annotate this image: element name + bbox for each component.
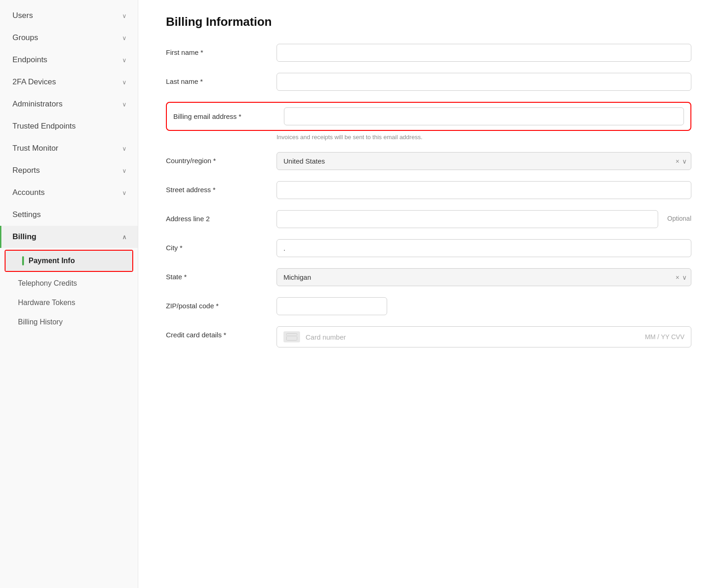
card-number-placeholder: Card number	[306, 333, 639, 341]
sidebar: Users ∨ Groups ∨ Endpoints ∨ 2FA Devices…	[0, 0, 138, 588]
sidebar-item-settings[interactable]: Settings	[0, 204, 138, 226]
first-name-group: First name *	[166, 44, 691, 62]
billing-email-group: Billing email address *	[166, 102, 691, 131]
chevron-down-icon: ∨	[122, 101, 127, 108]
state-group: State * Michigan California Texas New Yo…	[166, 268, 691, 286]
country-group: Country/region * United States Canada Un…	[166, 152, 691, 170]
sidebar-item-users[interactable]: Users ∨	[0, 5, 138, 27]
svg-rect-1	[286, 335, 297, 337]
city-label: City *	[166, 239, 267, 252]
last-name-group: Last name *	[166, 73, 691, 91]
zip-input[interactable]	[277, 297, 387, 315]
chevron-down-icon: ∨	[122, 167, 127, 174]
sidebar-subitem-billing-history[interactable]: Billing History	[0, 312, 138, 332]
sidebar-item-label: Endpoints	[12, 55, 47, 65]
street-address-group: Street address *	[166, 181, 691, 199]
sidebar-item-endpoints[interactable]: Endpoints ∨	[0, 49, 138, 71]
main-content: Billing Information First name * Last na…	[138, 0, 719, 588]
city-group: City *	[166, 239, 691, 257]
sidebar-item-groups[interactable]: Groups ∨	[0, 27, 138, 49]
sidebar-subitem-payment-info[interactable]: Payment Info	[6, 251, 132, 271]
chevron-down-icon: ∨	[122, 145, 127, 152]
sidebar-subitem-telephony-credits[interactable]: Telephony Credits	[0, 274, 138, 293]
page-title: Billing Information	[166, 15, 691, 29]
credit-card-label: Credit card details *	[166, 326, 267, 339]
first-name-label: First name *	[166, 44, 267, 56]
zip-group: ZIP/postal code *	[166, 297, 691, 315]
subitem-label: Hardware Tokens	[18, 299, 75, 307]
sidebar-item-label: Groups	[12, 33, 38, 42]
sidebar-item-label: Administrators	[12, 100, 63, 109]
active-indicator	[22, 256, 24, 265]
sidebar-subitem-hardware-tokens[interactable]: Hardware Tokens	[0, 293, 138, 312]
address2-label: Address line 2	[166, 210, 267, 223]
sidebar-item-reports[interactable]: Reports ∨	[0, 159, 138, 182]
billing-email-hint: Invoices and receipts will be sent to th…	[277, 134, 423, 141]
billing-email-label: Billing email address *	[173, 112, 275, 120]
street-input[interactable]	[277, 181, 691, 199]
chevron-down-icon: ∨	[122, 35, 127, 41]
first-name-input[interactable]	[277, 44, 691, 62]
zip-label: ZIP/postal code *	[166, 297, 267, 310]
chevron-down-icon: ∨	[122, 189, 127, 196]
state-label: State *	[166, 268, 267, 281]
subitem-label: Billing History	[18, 318, 63, 326]
sidebar-item-label: Users	[12, 11, 33, 20]
subitem-label: Payment Info	[29, 257, 75, 265]
sidebar-item-label: Trust Monitor	[12, 144, 59, 153]
chevron-down-icon: ∨	[122, 57, 127, 64]
country-select-wrapper: United States Canada United Kingdom × ∨	[277, 152, 691, 170]
subitem-label: Telephony Credits	[18, 279, 77, 288]
state-select[interactable]: Michigan California Texas New York	[277, 268, 691, 286]
sidebar-item-label: Billing	[12, 232, 36, 241]
sidebar-item-accounts[interactable]: Accounts ∨	[0, 182, 138, 204]
billing-email-input[interactable]	[284, 107, 684, 125]
country-label: Country/region *	[166, 152, 267, 165]
last-name-label: Last name *	[166, 73, 267, 85]
sidebar-item-trust-monitor[interactable]: Trust Monitor ∨	[0, 137, 138, 159]
sidebar-item-billing[interactable]: Billing ∧	[0, 226, 138, 248]
country-select[interactable]: United States Canada United Kingdom	[277, 152, 691, 170]
sidebar-item-label: Trusted Endpoints	[12, 122, 76, 131]
card-expiry-cvv: MM / YY CVV	[645, 333, 684, 341]
state-select-wrapper: Michigan California Texas New York × ∨	[277, 268, 691, 286]
sidebar-item-label: Accounts	[12, 188, 45, 197]
street-label: Street address *	[166, 181, 267, 194]
last-name-input[interactable]	[277, 73, 691, 91]
chevron-down-icon: ∨	[122, 12, 127, 19]
credit-card-wrapper[interactable]: Card number MM / YY CVV	[277, 326, 691, 347]
sidebar-item-trusted-endpoints[interactable]: Trusted Endpoints	[0, 115, 138, 137]
sidebar-item-label: Reports	[12, 166, 40, 175]
sidebar-item-label: 2FA Devices	[12, 77, 56, 87]
city-input[interactable]	[277, 239, 691, 257]
billing-submenu: Payment Info Telephony Credits Hardware …	[0, 250, 138, 332]
address2-input[interactable]	[277, 210, 658, 228]
chevron-up-icon: ∧	[122, 234, 127, 241]
chevron-down-icon: ∨	[122, 79, 127, 86]
optional-label: Optional	[667, 210, 691, 222]
sidebar-item-2fa-devices[interactable]: 2FA Devices ∨	[0, 71, 138, 93]
sidebar-item-label: Settings	[12, 210, 41, 219]
address2-group: Address line 2 Optional	[166, 210, 691, 228]
card-icon	[283, 331, 300, 342]
sidebar-item-administrators[interactable]: Administrators ∨	[0, 93, 138, 115]
credit-card-group: Credit card details * Card number MM / Y…	[166, 326, 691, 347]
